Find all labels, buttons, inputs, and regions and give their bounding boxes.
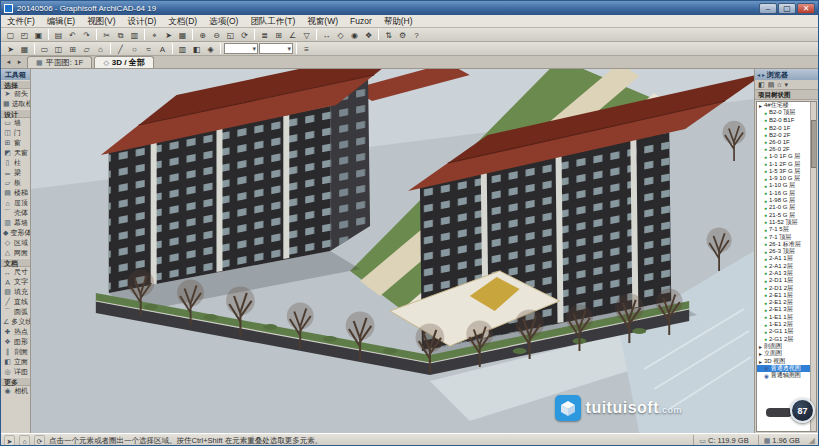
tool-0-1[interactable]: ▦选取框: [1, 99, 30, 109]
trace-reference-button[interactable]: ▥: [176, 43, 189, 55]
wall-tool-button[interactable]: ▭: [38, 43, 51, 55]
fit-in-window-button[interactable]: ◱: [224, 29, 237, 41]
render-button[interactable]: ❖: [362, 29, 375, 41]
tool-2-3[interactable]: ╱直线: [1, 297, 30, 307]
tree-item-4[interactable]: ●B2-0 2F: [757, 131, 810, 138]
zoom-in-button[interactable]: ⊕: [196, 29, 209, 41]
slab-tool-button[interactable]: ▱: [80, 43, 93, 55]
tool-1-1[interactable]: ◫门: [1, 128, 30, 138]
renovation-filter-button[interactable]: ◈: [204, 43, 217, 55]
grid-button[interactable]: ⊞: [272, 29, 285, 41]
menu-item-6[interactable]: 团队工作(T): [244, 15, 301, 28]
tool-3-0[interactable]: ◉相机: [1, 386, 30, 396]
camera-button[interactable]: ◉: [348, 29, 361, 41]
copy-button[interactable]: ⧉: [114, 29, 127, 41]
tool-1-12[interactable]: ◇区域: [1, 238, 30, 248]
tool-2-6[interactable]: ✚热点: [1, 327, 30, 337]
cut-button[interactable]: ✂: [100, 29, 113, 41]
menu-item-1[interactable]: 编辑(E): [41, 15, 81, 28]
text-tool-button[interactable]: A: [156, 43, 169, 55]
tool-1-4[interactable]: ▯柱: [1, 158, 30, 168]
tool-1-13[interactable]: △网面: [1, 248, 30, 258]
viewport-3d[interactable]: tuituisoft.com: [31, 69, 754, 433]
nav-forward-icon[interactable]: ▸: [762, 71, 765, 78]
zoom-out-button[interactable]: ⊖: [210, 29, 223, 41]
tool-0-0[interactable]: ➤箭头: [1, 89, 30, 99]
menu-item-2[interactable]: 视图(V): [81, 15, 121, 28]
nav-tool-icon-2[interactable]: ⌂: [777, 81, 781, 88]
tree-scrollbar[interactable]: [810, 102, 816, 431]
select-arrow-button[interactable]: ➤: [4, 43, 17, 55]
roof-tool-button[interactable]: ⌂: [94, 43, 107, 55]
quick-options-button[interactable]: ≡: [300, 43, 313, 55]
status-home-icon[interactable]: ⌂: [19, 435, 30, 446]
arrow-button[interactable]: ➤: [162, 29, 175, 41]
nav-tool-icon-3[interactable]: ▾: [784, 81, 788, 89]
menu-item-5[interactable]: 选项(O): [203, 15, 244, 28]
recorder-badge[interactable]: 87: [790, 398, 815, 423]
close-button[interactable]: ✕: [797, 3, 815, 14]
tree-scrollbar-thumb[interactable]: [811, 120, 817, 168]
tool-1-6[interactable]: ▱板: [1, 178, 30, 188]
tree-item-37[interactable]: ◉普通轴测图: [757, 372, 810, 379]
nav-tool-icon-0[interactable]: ◧: [758, 81, 765, 89]
tab-floor-plan[interactable]: ▦ 平面图: 1F: [27, 56, 92, 68]
tree-item-3[interactable]: ●B2-0 1F: [757, 124, 810, 131]
orbit-button[interactable]: ⟳: [238, 29, 251, 41]
marquee-button[interactable]: ▦: [176, 29, 189, 41]
menu-item-7[interactable]: 视窗(W): [301, 15, 344, 28]
menu-item-9[interactable]: 帮助(H): [378, 15, 419, 28]
tab-3d-all[interactable]: ◇ 3D / 全部: [94, 56, 153, 68]
tool-2-7[interactable]: ❖图形: [1, 337, 30, 347]
dimension-button[interactable]: ↔: [320, 29, 333, 41]
layers-button[interactable]: ≣: [258, 29, 271, 41]
tree-item-1[interactable]: ●B2-0 顶层: [757, 109, 810, 116]
tab-forward-button[interactable]: ▸: [14, 56, 25, 67]
print-button[interactable]: ▤: [52, 29, 65, 41]
tool-1-8[interactable]: ⌂屋顶: [1, 198, 30, 208]
maximize-button[interactable]: ▢: [778, 3, 796, 14]
nav-tool-icon-1[interactable]: ▤: [768, 81, 775, 89]
snap-angle-button[interactable]: ∠: [286, 29, 299, 41]
line-tool-button[interactable]: ╱: [114, 43, 127, 55]
virtual-trace-button[interactable]: ◧: [190, 43, 203, 55]
tool-2-9[interactable]: ◧立面: [1, 357, 30, 367]
tool-1-9[interactable]: ⌒壳体: [1, 208, 30, 218]
open-button[interactable]: ◰: [18, 29, 31, 41]
circle-tool-button[interactable]: ○: [128, 43, 141, 55]
menu-item-0[interactable]: 文件(F): [1, 15, 41, 28]
door-tool-button[interactable]: ◫: [52, 43, 65, 55]
find-select-button[interactable]: ⌖: [148, 29, 161, 41]
nav-back-icon[interactable]: ◂: [757, 71, 760, 78]
tree-item-2[interactable]: ●B2-0 B1F: [757, 117, 810, 124]
tool-1-3[interactable]: ◩天窗: [1, 148, 30, 158]
menu-item-3[interactable]: 设计(D): [122, 15, 163, 28]
tool-2-0[interactable]: ↔尺寸: [1, 267, 30, 277]
tool-1-10[interactable]: ▥幕墙: [1, 218, 30, 228]
status-orbit-icon[interactable]: ⟳: [34, 435, 45, 446]
tool-2-10[interactable]: ◎详图: [1, 367, 30, 377]
toolbox-title[interactable]: 工具箱: [1, 69, 30, 80]
paste-button[interactable]: ▥: [128, 29, 141, 41]
tool-1-0[interactable]: ▭墙: [1, 118, 30, 128]
tool-2-1[interactable]: A文字: [1, 277, 30, 287]
tree-item-5[interactable]: ●26-0 1F: [757, 138, 810, 145]
undo-button[interactable]: ↶: [66, 29, 79, 41]
marquee-select-button[interactable]: ▦: [18, 43, 31, 55]
tool-2-5[interactable]: ∠多义线: [1, 317, 30, 327]
tool-1-5[interactable]: ═梁: [1, 168, 30, 178]
gravity-button[interactable]: ▽: [300, 29, 313, 41]
polyline-tool-button[interactable]: ≈: [142, 43, 155, 55]
scale-combo-dropdown[interactable]: ▾: [259, 43, 293, 54]
tool-2-8[interactable]: ∥剖面: [1, 347, 30, 357]
tool-1-11[interactable]: ◆变形体: [1, 228, 30, 238]
teamwork-button[interactable]: ⇅: [382, 29, 395, 41]
help-button[interactable]: ?: [410, 29, 423, 41]
status-select-icon[interactable]: ➤: [4, 435, 15, 446]
tool-1-7[interactable]: ▤楼梯: [1, 188, 30, 198]
layer-combo-dropdown[interactable]: ▾: [224, 43, 258, 54]
tool-2-4[interactable]: ⌒圆弧: [1, 307, 30, 317]
tab-back-button[interactable]: ◂: [3, 56, 14, 67]
save-button[interactable]: ▣: [32, 29, 45, 41]
view-3d-button[interactable]: ◇: [334, 29, 347, 41]
